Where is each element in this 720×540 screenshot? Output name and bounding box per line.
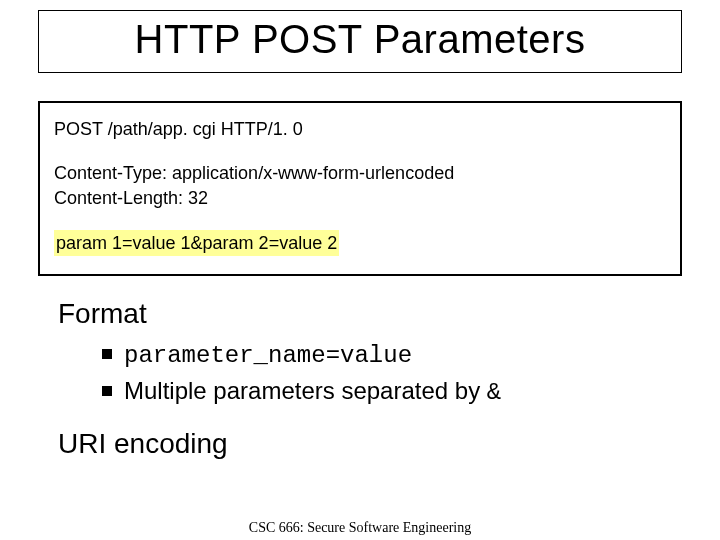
blank-line [54, 210, 666, 230]
header-content-type: Content-Type: application/x-www-form-url… [54, 161, 666, 185]
bullet-square-icon [102, 386, 112, 396]
format-bullets: parameter_name=value Multiple parameters… [102, 340, 662, 406]
slide-title-box: HTTP POST Parameters [38, 10, 682, 73]
blank-line [54, 141, 666, 161]
list-item: parameter_name=value [102, 340, 662, 369]
body-content: Format parameter_name=value Multiple par… [58, 298, 662, 460]
format-example-code: parameter_name=value [124, 342, 412, 369]
bullet-square-icon [102, 349, 112, 359]
header-content-length: Content-Length: 32 [54, 186, 666, 210]
slide-title: HTTP POST Parameters [47, 17, 673, 62]
request-line: POST /path/app. cgi HTTP/1. 0 [54, 117, 666, 141]
uri-encoding-heading: URI encoding [58, 428, 662, 460]
bullet-text: Multiple parameters separated by [124, 377, 487, 404]
slide-footer: CSC 666: Secure Software Engineering [0, 520, 720, 536]
list-item: Multiple parameters separated by & [102, 377, 662, 406]
request-body-line: param 1=value 1&param 2=value 2 [54, 230, 666, 256]
http-request-box: POST /path/app. cgi HTTP/1. 0 Content-Ty… [38, 101, 682, 276]
ampersand-code: & [487, 379, 501, 406]
format-heading: Format [58, 298, 662, 330]
request-body-highlight: param 1=value 1&param 2=value 2 [54, 230, 339, 256]
